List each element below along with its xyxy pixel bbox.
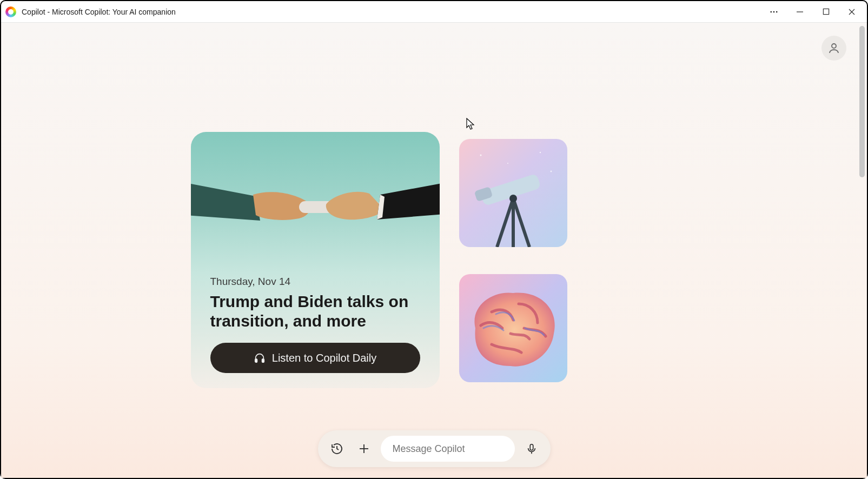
message-input-wrap[interactable] [381,436,515,462]
app-window: Copilot - Microsoft Copilot: Your AI com… [0,0,868,479]
daily-card-headline: Trump and Biden talks on transition, and… [210,292,420,331]
svg-rect-9 [255,359,257,362]
svg-point-7 [832,44,836,48]
svg-point-0 [771,11,772,12]
titlebar: Copilot - Microsoft Copilot: Your AI com… [1,1,867,23]
svg-rect-4 [823,9,829,14]
copilot-logo-icon [5,6,16,17]
svg-point-14 [550,171,552,172]
daily-card-date: Thursday, Nov 14 [210,276,420,288]
message-input[interactable] [393,443,503,455]
maximize-button[interactable] [820,6,831,17]
add-button[interactable] [354,438,374,459]
mic-button[interactable] [521,438,542,459]
composer-bar [318,430,551,467]
listen-daily-button[interactable]: Listen to Copilot Daily [210,343,420,373]
handoff-illustration [191,145,440,264]
svg-point-2 [776,11,777,12]
more-button[interactable] [768,6,779,17]
minimize-button[interactable] [794,6,805,17]
svg-point-13 [507,163,508,164]
svg-point-1 [773,11,774,12]
window-title: Copilot - Microsoft Copilot: Your AI com… [22,8,763,16]
svg-point-20 [509,195,517,202]
history-button[interactable] [327,438,347,459]
scrollbar-thumb[interactable] [859,26,865,177]
svg-line-18 [513,198,529,247]
window-controls [768,6,863,17]
daily-card[interactable]: Thursday, Nov 14 Trump and Biden talks o… [191,132,440,388]
headphones-icon [254,352,266,364]
history-icon [330,442,343,455]
plus-icon [357,442,370,455]
close-button[interactable] [846,6,857,17]
svg-line-17 [497,198,513,247]
svg-point-12 [539,152,540,153]
brain-illustration [459,274,567,382]
svg-rect-10 [262,359,264,362]
svg-rect-23 [530,444,533,450]
user-icon [827,42,840,55]
microphone-icon [526,443,538,455]
telescope-illustration [459,139,567,247]
listen-daily-label: Listen to Copilot Daily [272,352,376,364]
profile-button[interactable] [821,36,846,61]
svg-point-11 [480,155,481,156]
content-area: tashreef, it's great to see you [1,23,867,478]
